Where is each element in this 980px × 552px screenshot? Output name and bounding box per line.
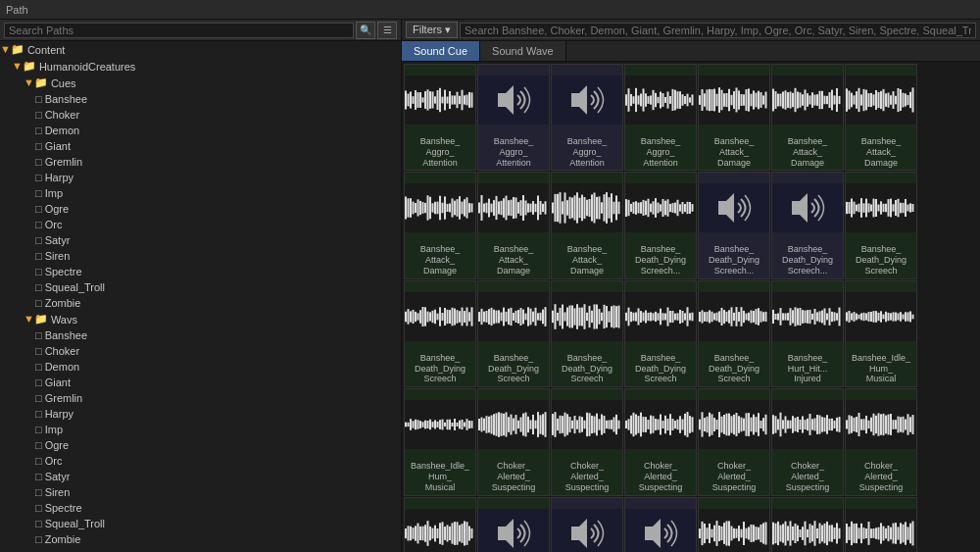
svg-rect-600 [653,416,655,432]
svg-rect-369 [581,307,583,326]
tree-item-w-giant[interactable]: □ Giant [0,375,401,390]
grid-item[interactable]: Banshee_Aggro_Attention [624,64,697,171]
svg-rect-99 [790,92,792,109]
grid-item[interactable]: Banshee_Death_DyingScreech... [771,172,844,278]
grid-item[interactable]: Choker_Alerted_Suspecting [624,388,697,495]
search-paths-input[interactable] [4,23,354,38]
filters-button[interactable]: Filters ▾ [406,22,458,38]
tree-item-content[interactable]: ▼📁 Content [0,41,401,58]
grid-item[interactable]: Choker_Alerted_Suspecting [698,388,770,495]
grid-item[interactable]: Choker_Alerted_Suspecting [845,388,917,495]
tree-item-giant[interactable]: □ Giant [0,138,401,154]
tree-item-demon[interactable]: □ Demon [0,123,401,138]
tree-item-w-ogre[interactable]: □ Ogre [0,437,401,453]
tree-item-banshee[interactable]: □ Banshee [0,91,401,107]
grid-item[interactable]: Choker_Alerted_Suspecting [404,497,476,552]
tab-sound-cue[interactable]: Sound Cue [402,41,480,61]
svg-rect-219 [579,198,581,219]
tree-item-w-siren[interactable]: □ Siren [0,484,401,500]
grid-item[interactable]: Banshee_Death_DyingScreech... [624,172,697,278]
grid-item[interactable]: Choker_Alerted_Suspecting [551,388,623,495]
svg-rect-8 [422,97,424,102]
tree-item-w-squeal-troll[interactable]: □ Squeal_Troll [0,516,401,531]
tree-item-gremlin[interactable]: □ Gremlin [0,154,401,170]
svg-rect-681 [858,413,860,436]
svg-rect-650 [780,413,782,437]
grid-item[interactable]: Banshee_Death_DyingScreech [404,280,476,387]
grid-item[interactable]: Banshee_Idle_Hum_Musical [404,388,476,495]
sidebar-menu-button[interactable]: ☰ [377,22,397,39]
grid-item[interactable]: Banshee_Death_DyingScreech [698,280,770,387]
grid-item[interactable]: Choker_Death_Die_Grunt_Rasov [845,497,917,552]
svg-rect-581 [604,416,606,433]
grid-item[interactable]: Choker_Damage_Attack_Deal [551,497,623,552]
tree-item-w-zombie[interactable]: □ Zombie [0,531,401,547]
grid-item[interactable]: Banshee_Aggro_Attention [477,64,550,171]
tree-item-w-spectre[interactable]: □ Spectre [0,500,401,516]
grid-item[interactable]: Banshee_Attack_Damage [404,172,476,278]
grid-item[interactable]: Choker_Damage_Attack_Deal [477,497,550,552]
tree-item-w-banshee[interactable]: □ Banshee [0,327,401,343]
grid-item[interactable]: Choker_Death_Die_Grunt_Rasov [771,497,844,552]
tree-item-w-choker[interactable]: □ Choker [0,343,401,359]
svg-rect-438 [756,309,758,325]
tree-item-humanoid-creatures[interactable]: ▼📁 HumanoidCreatures [0,58,401,75]
grid-item[interactable]: Choker_Alerted_Suspecting [477,388,550,495]
svg-rect-610 [677,420,679,430]
grid-item[interactable]: Banshee_Attack_Damage [698,64,770,171]
grid-item[interactable]: Banshee_Death_DyingScreech [477,280,550,387]
tree-item-w-demon[interactable]: □ Demon [0,359,401,375]
svg-rect-548 [520,418,522,432]
tree-item-harpy[interactable]: □ Harpy [0,170,401,185]
grid-item[interactable]: Choker_Alerted_Suspecting [771,388,844,495]
grid-item[interactable]: Banshee_Attack_Damage [551,172,623,278]
svg-rect-522 [454,419,456,430]
svg-rect-378 [604,305,606,328]
tree-item-satyr[interactable]: □ Satyr [0,232,401,248]
svg-rect-405 [672,311,674,323]
grid-item[interactable]: Banshee_Attack_Damage [477,172,550,278]
svg-rect-431 [738,312,740,322]
grid-item[interactable]: Banshee_Death_DyingScreech [551,280,623,387]
tree-item-w-satyr[interactable]: □ Satyr [0,469,401,484]
svg-rect-702 [909,417,911,432]
grid-item[interactable]: Banshee_Death_DyingScreech... [698,172,770,278]
tree-item-cues[interactable]: ▼📁 Cues [0,75,401,91]
grid-item[interactable]: Banshee_Death_DyingScreech [845,172,917,278]
svg-rect-173 [462,202,464,215]
svg-rect-392 [640,311,642,323]
svg-rect-440 [760,311,762,322]
grid-item[interactable]: Banshee_Attack_Damage [771,64,844,171]
tree-label: Content [27,44,66,56]
grid-item[interactable]: Banshee_Hurt_Hit...Injured [771,280,844,387]
tree-item-orc[interactable]: □ Orc [0,217,401,232]
svg-rect-275 [858,204,860,213]
tree-item-siren[interactable]: □ Siren [0,248,401,264]
grid-item[interactable]: Banshee_Aggro_Attention [551,64,623,171]
grid-label: Choker_Alerted_Suspecting [846,460,916,494]
tab-sound-wave[interactable]: Sound Wave [480,41,566,61]
grid-item[interactable]: Choker_Death_Die_Grunt_Rasov [698,497,770,552]
tree-item-squeal-troll[interactable]: □ Squeal_Troll [0,279,401,295]
tree-item-w-imp[interactable]: □ Imp [0,422,401,437]
grid-item[interactable]: Banshee_Attack_Damage [845,64,917,171]
grid-item[interactable]: Banshee_Aggro_Attention [404,64,476,171]
svg-rect-343 [515,311,517,323]
content-search-input[interactable] [460,23,976,38]
tree-item-choker[interactable]: □ Choker [0,107,401,123]
grid-item[interactable]: Choker_Damage_Attack_Deal [624,497,697,552]
grid-item[interactable]: Banshee_Idle_Hum_Musical [845,280,917,387]
search-button[interactable]: 🔍 [356,22,375,39]
grid-item[interactable]: Banshee_Death_DyingScreech [624,280,697,387]
tree-item-w-gremlin[interactable]: □ Gremlin [0,390,401,406]
tree-item-imp[interactable]: □ Imp [0,185,401,201]
svg-rect-712 [422,526,424,540]
svg-rect-100 [792,93,794,107]
svg-rect-52 [669,96,671,104]
tree-item-zombie[interactable]: □ Zombie [0,295,401,311]
tree-item-ogre[interactable]: □ Ogre [0,201,401,217]
tree-item-w-orc[interactable]: □ Orc [0,453,401,469]
tree-item-spectre[interactable]: □ Spectre [0,264,401,279]
tree-item-wavs[interactable]: ▼📁 Wavs [0,311,401,327]
tree-item-w-harpy[interactable]: □ Harpy [0,406,401,422]
